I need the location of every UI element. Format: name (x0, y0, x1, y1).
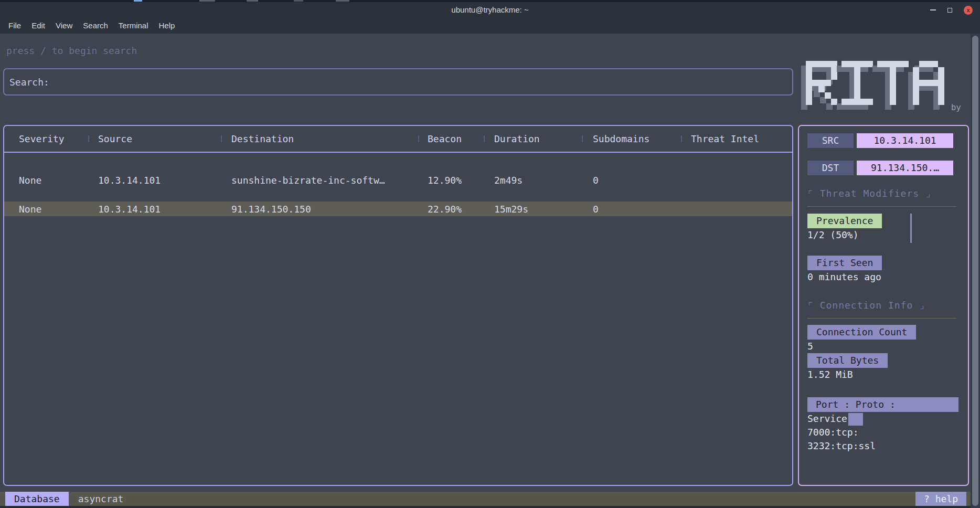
section-divider (807, 206, 956, 207)
section-divider (807, 318, 956, 319)
cell-subdomains: 0 (582, 175, 681, 186)
rita-logo-letter (877, 61, 909, 105)
port-proto-badge: Port : Proto : (807, 397, 958, 412)
menu-item-help[interactable]: Help (154, 18, 180, 34)
connection-count-badge: Connection Count (807, 325, 916, 340)
first-seen-value: 0 minutes ago (807, 270, 960, 284)
src-value[interactable]: 10.3.14.101 (857, 133, 953, 148)
cell-destination: 91.134.150.150 (221, 204, 418, 215)
menu-item-terminal[interactable]: Terminal (113, 18, 154, 34)
column-header-destination[interactable]: Destination (221, 133, 418, 144)
threat-modifiers-title: ⌜ Threat Modifiers ⌟ (807, 188, 960, 199)
cell-severity: None (4, 175, 88, 186)
background-window-fragment (199, 0, 215, 2)
badge-wrap-remnant (848, 413, 863, 426)
port-proto-badge-wrap: Service (807, 412, 960, 426)
connection-info-title: ⌜ Connection Info ⌟ (807, 300, 960, 311)
window-title: ubuntu@tryhackme: ~ (0, 2, 980, 18)
port-entry: 3232:tcp:ssl (807, 439, 960, 453)
connection-details-panel: SRC 10.3.14.101 DST 91.134.150.… ⌜ Threa… (798, 125, 969, 486)
rita-logo: by (806, 60, 963, 110)
background-window-fragment (247, 0, 258, 2)
dst-value[interactable]: 91.134.150.… (857, 161, 953, 175)
rita-logo-letters (806, 61, 944, 105)
minimize-button[interactable] (930, 9, 936, 10)
prevalence-badge: Prevalence (807, 214, 882, 228)
cell-duration: 15m29s (484, 204, 582, 215)
search-hint: press / to begin search (6, 45, 137, 56)
terminal-scrollbar[interactable] (971, 34, 980, 508)
menu-item-view[interactable]: View (50, 18, 78, 34)
connection-count-value: 5 (807, 340, 960, 353)
results-table-panel: Severity Source Destination Beacon Durat… (3, 125, 793, 486)
first-seen-stat: First Seen 0 minutes ago (807, 256, 960, 284)
background-window-fragment (134, 0, 142, 2)
column-header-duration[interactable]: Duration (484, 133, 582, 144)
menu-item-file[interactable]: File (3, 18, 26, 34)
port-proto-badge-wrap-text: Service (807, 413, 847, 424)
total-bytes-stat: Total Bytes 1.52 MiB (807, 353, 960, 382)
terminal-screen: press / to begin search Search: by Sever… (0, 34, 980, 508)
column-header-threat-intel[interactable]: Threat Intel (681, 133, 792, 144)
column-header-beacon[interactable]: Beacon (418, 133, 484, 144)
first-seen-badge: First Seen (807, 256, 882, 270)
menu-item-edit[interactable]: Edit (26, 18, 50, 34)
search-input[interactable]: Search: (3, 68, 793, 96)
cell-beacon: 12.90% (418, 175, 484, 186)
panel-scroll-indicator (910, 214, 912, 243)
port-proto-service-stat: Port : Proto : Service 7000:tcp: 3232:tc… (807, 397, 960, 453)
cell-beacon: 22.90% (418, 204, 484, 215)
connection-count-stat: Connection Count 5 (807, 325, 960, 353)
cell-source: 10.3.14.101 (88, 204, 221, 215)
rita-logo-letter (841, 61, 873, 105)
background-window-fragment (336, 0, 349, 2)
table-row[interactable]: None 10.3.14.101 91.134.150.150 22.90% 1… (4, 202, 792, 216)
table-row[interactable]: None 10.3.14.101 sunshine-bizrate-inc-so… (4, 173, 792, 187)
background-window-fragment (294, 0, 303, 2)
database-name: asyncrat (78, 493, 124, 504)
prevalence-value: 1/2 (50%) (807, 228, 960, 242)
column-header-source[interactable]: Source (88, 133, 221, 144)
database-tab[interactable]: Database (5, 492, 69, 506)
rita-logo-letter (806, 61, 837, 105)
prevalence-stat: Prevalence 1/2 (50%) (807, 214, 960, 242)
dst-row: DST 91.134.150.… (807, 161, 960, 175)
port-entry: 7000:tcp: (807, 426, 960, 439)
cell-subdomains: 0 (582, 204, 681, 215)
cell-severity: None (4, 204, 88, 215)
close-button[interactable]: x (964, 6, 973, 15)
src-label: SRC (807, 133, 854, 148)
total-bytes-value: 1.52 MiB (807, 368, 960, 382)
scrollbar-thumb[interactable] (972, 36, 978, 506)
column-header-severity[interactable]: Severity (4, 133, 88, 144)
menu-item-search[interactable]: Search (78, 18, 113, 34)
help-button[interactable]: ? help (915, 492, 966, 506)
status-bar: Database asyncrat ? help (0, 492, 971, 506)
table-header-row: Severity Source Destination Beacon Durat… (4, 126, 792, 153)
window-titlebar[interactable]: ubuntu@tryhackme: ~ x (0, 2, 980, 18)
cell-source: 10.3.14.101 (88, 175, 221, 186)
cell-duration: 2m49s (484, 175, 582, 186)
rita-logo-letter (913, 61, 944, 105)
src-row: SRC 10.3.14.101 (807, 133, 960, 148)
search-label: Search: (9, 77, 49, 88)
column-header-subdomains[interactable]: Subdomains (582, 133, 681, 144)
total-bytes-badge: Total Bytes (807, 353, 888, 368)
window-controls: x (930, 2, 973, 18)
dst-label: DST (807, 161, 854, 175)
terminal-bottom-edge (0, 506, 980, 508)
window-chrome: ubuntu@tryhackme: ~ x File Edit View Sea… (0, 2, 980, 34)
menu-bar: File Edit View Search Terminal Help (3, 18, 180, 34)
maximize-button[interactable] (947, 8, 952, 13)
rita-logo-byline: by (951, 102, 961, 112)
cell-destination: sunshine-bizrate-inc-softw… (221, 175, 418, 186)
